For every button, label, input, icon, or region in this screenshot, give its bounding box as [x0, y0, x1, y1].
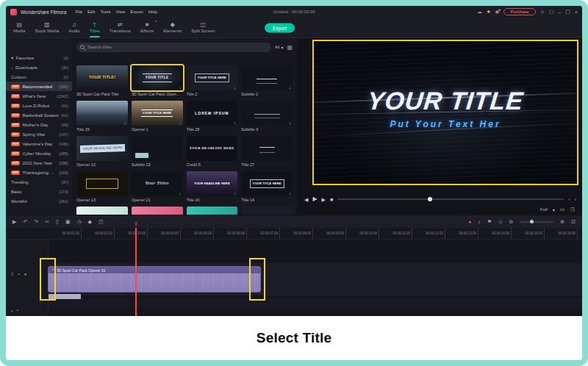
download-icon[interactable]: ↓ [124, 121, 126, 126]
timeline-zoom-slider[interactable] [520, 221, 553, 223]
template-thumbnail[interactable]: YOUR TITLE HERE ↓ [132, 101, 183, 126]
template-card[interactable] [76, 207, 128, 215]
maximize-button[interactable]: ▢ [565, 9, 570, 15]
download-icon[interactable]: ↓ [289, 121, 291, 126]
download-icon[interactable]: ↓ [234, 121, 236, 126]
sidebar-item-valentines-day[interactable]: HOT Valentine's Day (146) [6, 139, 72, 148]
template-card[interactable]: YOUR HEADLINE HERE Opener 10 [76, 136, 128, 171]
next-frame-button[interactable]: ▶ [322, 197, 326, 202]
view-toggle-icon[interactable]: ▦ [287, 44, 293, 51]
tab-titles[interactable]: T Titles [88, 18, 101, 37]
seek-slider[interactable] [337, 198, 564, 200]
marker-flag-icon[interactable]: ⚑ [487, 219, 492, 225]
sidebar-item-mothers-day[interactable]: HOT Mother's Day (49) [6, 120, 72, 129]
timeline-ruler[interactable]: 00:00:01:00 00:00:02:00 00:00:03:00 00:0… [6, 228, 582, 240]
template-card[interactable]: YOUR TITLE HERE ↓ Title 2 [187, 65, 238, 101]
template-card[interactable]: YOUR HEADLINE HERE Credit 5 [187, 136, 238, 171]
scroll-up-icon[interactable]: ▴ [11, 308, 13, 312]
sidebar-item-downloads[interactable]: ↓ Downloads (30) [6, 62, 72, 72]
close-button[interactable]: × [575, 10, 578, 15]
template-thumbnail[interactable]: YOUR TITLE HERE ↓ [187, 65, 238, 90]
template-thumbnail[interactable]: LOREM IPSUM ↓ [187, 101, 238, 126]
menu-view[interactable]: View [115, 10, 125, 14]
template-thumbnail[interactable] [132, 136, 183, 161]
speed-icon[interactable]: ◷ [77, 219, 82, 225]
play-button[interactable]: ▶ [312, 196, 317, 202]
crop-icon[interactable]: ▣ [65, 219, 71, 225]
tab-split-screen[interactable]: ◫ Split Screen [190, 18, 216, 37]
template-card[interactable]: Subtitle 15 [132, 136, 183, 171]
template-thumbnail[interactable] [187, 207, 238, 215]
tab-effects[interactable]: ★ Effects ● [139, 18, 155, 37]
menu-tools[interactable]: Tools [100, 10, 110, 14]
template-card[interactable]: YOUR HEADLINE HERE ↓ Title 16 [187, 171, 238, 207]
search-input[interactable] [76, 43, 271, 52]
template-card[interactable]: LOREM IPSUM ↓ Title 28 [187, 101, 238, 136]
user-account-icon[interactable]: ☺ [540, 10, 545, 15]
template-thumbnail[interactable] [132, 207, 183, 215]
snap-magnet-icon[interactable]: ◇ [498, 219, 502, 225]
tab-audio[interactable]: ♫ Audio [67, 18, 81, 37]
sidebar-item-custom[interactable]: Custom (0) [6, 72, 72, 82]
sidebar-item-trending[interactable]: Trending (37) [6, 177, 72, 187]
tab-media[interactable]: ▤ Media [12, 18, 26, 37]
menu-file[interactable]: File [75, 10, 82, 14]
snapshot-icon[interactable]: ▭ [560, 207, 565, 212]
template-card[interactable]: ↓ Subtitle 2 [241, 65, 293, 101]
template-card[interactable] [241, 207, 293, 215]
template-thumbnail[interactable]: Your Titles ↓ [132, 171, 183, 196]
sidebar-item-favorites[interactable]: ♥ Favorites (0) [6, 53, 72, 62]
template-thumbnail[interactable]: YOUR TITLE ↓ [132, 65, 183, 90]
playhead[interactable]: ✂ [135, 228, 137, 316]
filter-dropdown[interactable]: All ▾ [275, 45, 284, 50]
tab-elements[interactable]: ◆ Elements [162, 18, 183, 37]
track-menu-icon[interactable]: ≡ [11, 272, 14, 276]
template-card[interactable]: YOUR TITLE! 3D Sport Car Pack Title [76, 65, 128, 101]
delete-icon[interactable]: ▯ [56, 219, 59, 225]
track-lock-icon[interactable]: ▪ [18, 272, 20, 276]
timeline-title-clip[interactable]: T 3D Sport Car Pack Opener 01 [48, 266, 261, 293]
tab-transitions[interactable]: ⇄ Transitions [108, 18, 132, 37]
undo-icon[interactable]: ↶ [23, 219, 27, 225]
split-scissors-icon[interactable]: ✂ [45, 219, 49, 225]
purchase-button[interactable]: Purchase [503, 8, 535, 15]
minimize-button[interactable]: – [558, 10, 561, 15]
timeline-tracks[interactable]: ≡ ▪ ● ▴ ▾ T 3D Sport Car Pack Opener 01 [6, 240, 582, 316]
sidebar-item-basketball-season[interactable]: HOT Basketball Season (41) [6, 110, 72, 120]
download-icon[interactable]: ↓ [179, 191, 181, 196]
sidebar-item-whats-new[interactable]: HOT What's New (2342) [6, 91, 72, 101]
download-icon[interactable]: ↓ [179, 121, 181, 126]
download-icon[interactable]: ↓ [179, 85, 181, 90]
workspace-layout-icon[interactable]: ▢ [549, 10, 553, 15]
sidebar-item-basic[interactable]: Basic (173) [6, 187, 72, 196]
template-thumbnail[interactable] [241, 207, 293, 215]
record-icon[interactable]: ● [468, 219, 471, 224]
menu-help[interactable]: Help [148, 10, 157, 14]
template-thumbnail[interactable] [76, 171, 128, 196]
seek-slider-knob[interactable] [428, 197, 432, 201]
sidebar-item-spring-vibe[interactable]: HOT Spring Vibe (147) [6, 129, 72, 139]
sidebar-item-wordart[interactable]: WordArt (261) [6, 196, 72, 206]
template-thumbnail[interactable]: YOUR HEADLINE HERE [187, 136, 238, 161]
cloud-sync-icon[interactable]: ☁ [477, 10, 482, 15]
template-thumbnail[interactable]: YOUR TITLE HERE ↓ [241, 171, 293, 196]
template-card[interactable] [187, 207, 238, 215]
sidebar-item-love-d-robot[interactable]: HOT Love.D.Robot (41) [6, 101, 72, 110]
template-card[interactable]: ↓ Title 29 [76, 101, 128, 136]
download-icon[interactable]: ↓ [289, 191, 291, 196]
split-clip-icon[interactable]: ◫ [98, 219, 104, 225]
export-button[interactable]: Export [265, 23, 295, 32]
template-card[interactable] [132, 207, 183, 215]
notifications-bell-icon[interactable]: ◉ [495, 10, 500, 15]
template-card[interactable]: Opener 13 [76, 171, 128, 207]
template-card[interactable]: YOUR TITLE HERE ↓ Title 14 [241, 171, 293, 207]
tips-icon[interactable]: ★ [487, 10, 491, 15]
track-visibility-icon[interactable]: ● [24, 272, 27, 276]
sidebar-item-thanksgiving-day[interactable]: HOT Thanksgiving Day (143) [6, 168, 72, 177]
zoom-fit-icon[interactable]: ⊡ [571, 219, 576, 225]
stop-button[interactable]: ■ [330, 197, 333, 202]
template-thumbnail[interactable]: YOUR TITLE! [76, 65, 128, 90]
redo-icon[interactable]: ↷ [34, 219, 38, 225]
template-thumbnail[interactable] [241, 136, 293, 161]
template-card[interactable]: YOUR TITLE HERE ↓ Opener 1 [132, 101, 183, 136]
